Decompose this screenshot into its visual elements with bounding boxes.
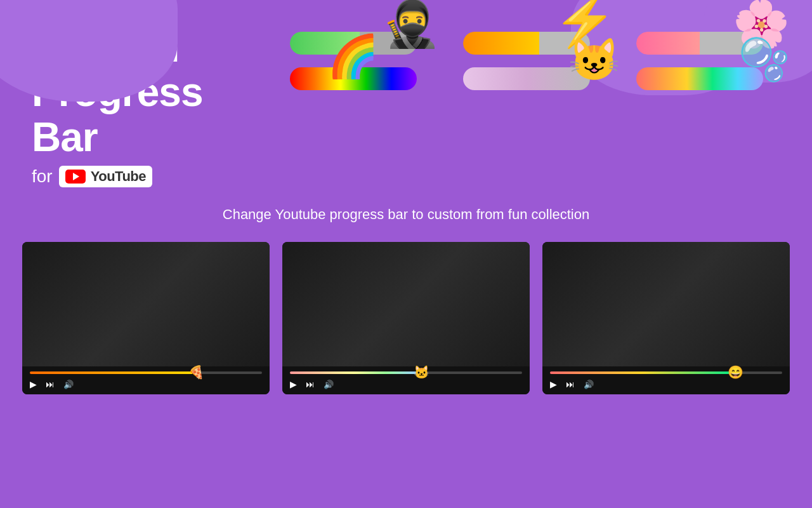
pb-filled-1 [30,371,192,374]
bar-filled-kirby [636,32,700,55]
progress-bar-2[interactable]: 🐱 [290,371,522,374]
skip-button-3[interactable] [566,379,575,389]
bar-filled-pikachu [463,32,539,55]
video-player-1: 🍕 [22,242,270,394]
preview-popit: 🫧 [620,67,780,90]
skip-button-1[interactable] [46,379,55,389]
character-popit: 🫧 [738,36,790,84]
youtube-badge: YouTube [59,166,152,187]
controls-buttons-2 [290,379,522,389]
title-for-row: for YouTube [32,166,235,187]
pb-empty-2 [417,371,522,374]
controls-buttons-1 [30,379,262,389]
character-shyguy: 🥷 [383,0,440,51]
preview-rainbow: 🌈 [273,67,433,90]
pb-thumb-3: 😄 [726,363,744,381]
video-screen-2 [282,242,530,366]
video-controls-3: 😄 [542,366,790,394]
play-button-2[interactable] [290,379,297,389]
youtube-icon [65,170,86,184]
volume-button-3[interactable] [584,380,594,389]
preview-pusheen: 😺 [446,67,606,90]
volume-button-1[interactable] [63,380,74,389]
pb-filled-3 [550,371,731,374]
for-label: for [32,166,53,187]
volume-button-2[interactable] [324,380,334,389]
youtube-play-triangle [73,173,79,180]
progress-bar-1[interactable]: 🍕 [30,371,262,374]
character-rainbow: 🌈 [327,32,379,81]
video-screen-1 [22,242,270,366]
pb-thumb-2: 🐱 [413,363,431,381]
subtitle: Change Youtube progress bar to custom fr… [0,206,812,223]
pb-filled-2 [290,371,417,374]
youtube-label: YouTube [91,168,146,185]
video-screen-3 [542,242,790,366]
video-controls-2: 🐱 [282,366,530,394]
pb-thumb-1: 🍕 [188,363,206,381]
play-button-1[interactable] [30,379,37,389]
video-player-2: 🐱 [282,242,530,394]
character-pusheen: 😺 [568,36,620,84]
controls-buttons-3 [550,379,782,389]
page-content: Custom Progress Bar for YouTube [0,0,812,508]
video-player-3: 😄 [542,242,790,394]
players-row: 🍕 🐱 [0,229,812,394]
skip-button-2[interactable] [306,379,315,389]
video-controls-1: 🍕 [22,366,270,394]
play-button-3[interactable] [550,379,557,389]
progress-bar-3[interactable]: 😄 [550,371,782,374]
